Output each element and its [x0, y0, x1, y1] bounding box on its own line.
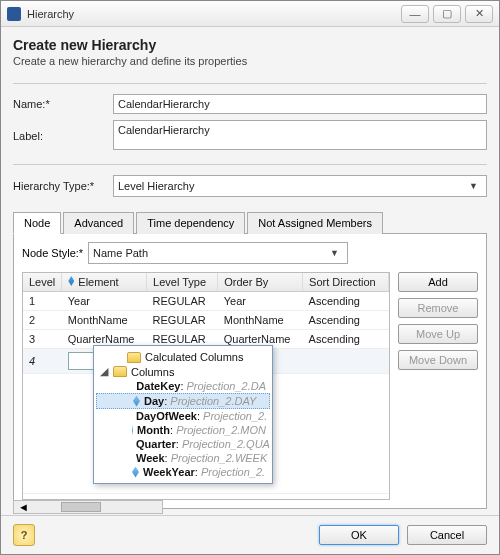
hierarchy-dialog: Hierarchy — ▢ ✕ Create new Hierarchy Cre…	[0, 0, 500, 555]
node-style-label: Node Style:*	[22, 247, 88, 259]
col-order-by[interactable]: Order By	[218, 273, 303, 292]
tree-group-calculated[interactable]: Calculated Columns	[96, 350, 270, 364]
column-icon	[132, 467, 139, 478]
label-input[interactable]: CalendarHierarchy	[113, 120, 487, 150]
divider	[13, 164, 487, 165]
folder-icon	[127, 352, 141, 363]
label-label: Label:	[13, 130, 113, 142]
tree-column-item[interactable]: DayOfWeek: Projection_2.	[96, 409, 270, 423]
page-title: Create new Hierarchy	[13, 37, 487, 53]
tab-time-dependency[interactable]: Time dependency	[136, 212, 245, 234]
hierarchy-type-value: Level Hierarchy	[118, 180, 194, 192]
node-style-select[interactable]: Name Path ▼	[88, 242, 348, 264]
column-icon	[68, 276, 74, 286]
tab-not-assigned[interactable]: Not Assigned Members	[247, 212, 383, 234]
col-element[interactable]: Element	[62, 273, 147, 292]
tree-column-item[interactable]: WeekYear: Projection_2.	[96, 465, 270, 479]
tree-column-item-selected[interactable]: Day: Projection_2.DAY	[96, 393, 270, 409]
dialog-footer: ? OK Cancel	[1, 515, 499, 554]
col-sort-direction[interactable]: Sort Direction	[303, 273, 389, 292]
horizontal-scrollbar[interactable]: ◄	[13, 500, 163, 514]
ok-button[interactable]: OK	[319, 525, 399, 545]
element-picker-popup: Calculated Columns ◢ Columns DateKey: Pr…	[93, 345, 273, 484]
cancel-button[interactable]: Cancel	[407, 525, 487, 545]
add-button[interactable]: Add	[398, 272, 478, 292]
tab-advanced[interactable]: Advanced	[63, 212, 134, 234]
column-icon	[133, 396, 140, 407]
tree-column-item[interactable]: DateKey: Projection_2.DA	[96, 379, 270, 393]
type-label: Hierarchy Type:*	[13, 180, 113, 192]
tab-node[interactable]: Node	[13, 212, 61, 234]
folder-icon	[113, 366, 127, 377]
column-icon	[132, 425, 133, 436]
window-title: Hierarchy	[27, 8, 401, 20]
name-label: Name:*	[13, 98, 113, 110]
remove-button[interactable]: Remove	[398, 298, 478, 318]
tree-column-item[interactable]: Week: Projection_2.WEEK	[96, 451, 270, 465]
chevron-down-icon: ▼	[465, 181, 482, 191]
node-style-value: Name Path	[93, 247, 148, 259]
move-up-button[interactable]: Move Up	[398, 324, 478, 344]
tree-twisty-open: ◢	[100, 365, 109, 378]
maximize-button[interactable]: ▢	[433, 5, 461, 23]
tree-group-columns[interactable]: ◢ Columns	[96, 364, 270, 379]
table-row[interactable]: 1 Year REGULAR Year Ascending	[23, 292, 389, 311]
scroll-left-icon[interactable]: ◄	[14, 501, 33, 513]
tree-column-item[interactable]: Quarter: Projection_2.QUA	[96, 437, 270, 451]
close-button[interactable]: ✕	[465, 5, 493, 23]
move-down-button[interactable]: Move Down	[398, 350, 478, 370]
hierarchy-type-select[interactable]: Level Hierarchy ▼	[113, 175, 487, 197]
col-level-type[interactable]: Level Type	[147, 273, 218, 292]
chevron-down-icon: ▼	[326, 248, 343, 258]
tree-column-item[interactable]: Month: Projection_2.MON	[96, 423, 270, 437]
scrollbar-thumb[interactable]	[61, 502, 101, 512]
table-header-row: Level Element Level Type Order By Sort D…	[23, 273, 389, 292]
name-input[interactable]	[113, 94, 487, 114]
page-subtitle: Create a new hierarchy and define its pr…	[13, 55, 487, 67]
divider	[13, 83, 487, 84]
title-bar: Hierarchy — ▢ ✕	[1, 1, 499, 27]
help-button[interactable]: ?	[13, 524, 35, 546]
app-icon	[7, 7, 21, 21]
tab-bar: Node Advanced Time dependency Not Assign…	[13, 211, 487, 234]
table-row[interactable]: 2 MonthName REGULAR MonthName Ascending	[23, 311, 389, 330]
col-level[interactable]: Level	[23, 273, 62, 292]
minimize-button[interactable]: —	[401, 5, 429, 23]
